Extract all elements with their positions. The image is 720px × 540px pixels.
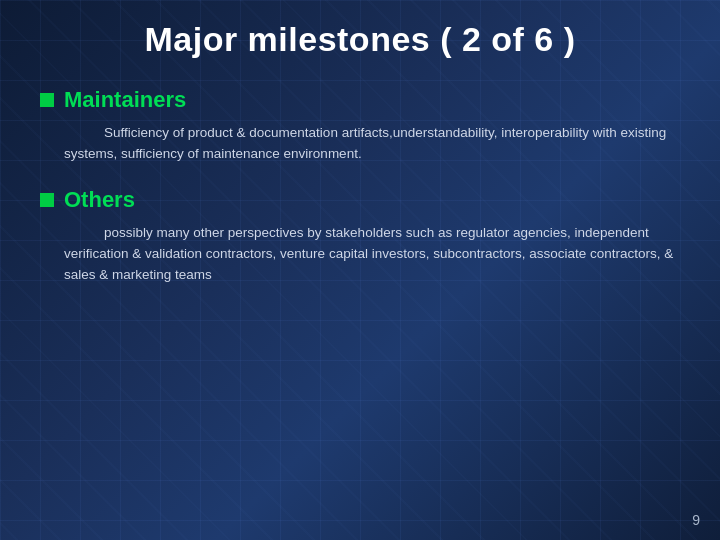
section-others-body: possibly many other perspectives by stak… [40, 223, 680, 286]
section-others-header: Others [40, 187, 680, 213]
slide-title: Major milestones ( 2 of 6 ) [40, 20, 680, 59]
indent-spacer-2 [64, 223, 104, 244]
indent-spacer [64, 123, 104, 144]
section-maintainers-header: Maintainers [40, 87, 680, 113]
bullet-square-others [40, 193, 54, 207]
slide-content: Major milestones ( 2 of 6 ) Maintainers … [0, 0, 720, 540]
section-maintainers-body: Sufficiency of product & documentation a… [40, 123, 680, 165]
section-maintainers-title: Maintainers [64, 87, 186, 113]
section-maintainers: Maintainers Sufficiency of product & doc… [40, 87, 680, 165]
section-others-title: Others [64, 187, 135, 213]
section-others: Others possibly many other perspectives … [40, 187, 680, 286]
bullet-square-maintainers [40, 93, 54, 107]
